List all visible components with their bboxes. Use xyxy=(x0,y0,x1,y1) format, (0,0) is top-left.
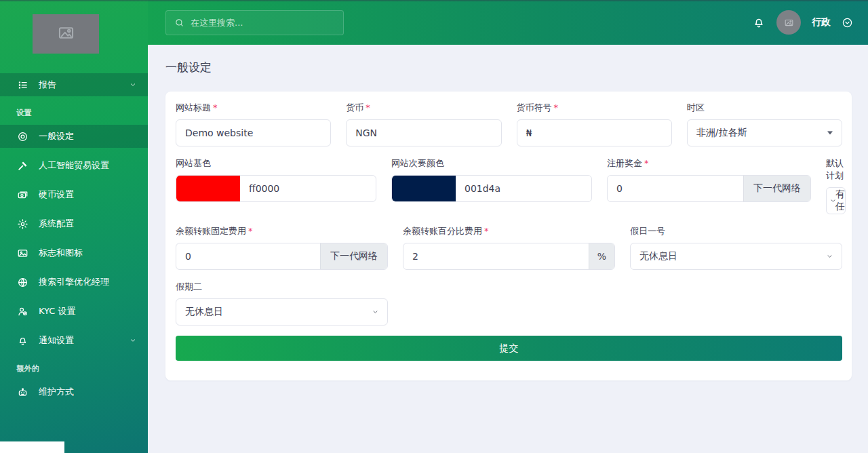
transfer-fixed-fee-input[interactable] xyxy=(176,251,320,262)
target-icon xyxy=(17,131,28,142)
search-box xyxy=(165,10,344,35)
sidebar-item-label: KYC 设置 xyxy=(39,305,76,317)
caret-down-icon xyxy=(827,132,833,135)
search-icon xyxy=(174,18,184,28)
gear-icon xyxy=(17,218,28,230)
field-label: 余额转账固定费用* xyxy=(176,225,388,237)
sidebar-item-label: 一般设定 xyxy=(39,130,74,142)
sidebar-item-seo-manager[interactable]: 搜索引擎优化经理 xyxy=(0,271,148,294)
image-placeholder-icon xyxy=(57,24,75,45)
page-title: 一般设定 xyxy=(165,60,868,75)
transfer-percent-fee-input[interactable] xyxy=(403,251,589,262)
sidebar-section-settings: 设置 xyxy=(0,108,148,118)
image-placeholder-icon xyxy=(784,18,794,28)
default-plan-select[interactable]: 没有任何 xyxy=(826,187,846,214)
main-content: 一般设定 网站标题* 货币* 货币符号* 时区 非洲/拉各斯 xyxy=(148,45,868,453)
bell-icon xyxy=(17,335,28,347)
field-label: 假日一号 xyxy=(630,225,842,237)
user-name[interactable]: 行政 xyxy=(812,16,831,28)
required-mark: * xyxy=(554,102,559,113)
input-addon: 下一代网络 xyxy=(743,176,810,201)
field-label: 时区 xyxy=(687,102,842,114)
select-value: 无休息日 xyxy=(631,250,677,262)
field-label: 注册奖金* xyxy=(607,157,811,170)
signup-bonus-input[interactable] xyxy=(608,183,743,194)
field-site-title: 网站标题* xyxy=(176,102,331,146)
field-label: 货币符号* xyxy=(517,102,672,114)
field-currency: 货币* xyxy=(346,102,501,146)
field-holiday-one: 假日一号 无休息日 xyxy=(630,225,842,270)
hammer-icon xyxy=(17,160,28,172)
form-row-3: 余额转账固定费用* 下一代网络 余额转账百分比费用* % 假日一号 无休息日 xyxy=(176,225,842,270)
timezone-select[interactable]: 非洲/拉各斯 xyxy=(687,119,842,146)
required-mark: * xyxy=(248,226,253,236)
currency-input[interactable] xyxy=(347,127,500,138)
image-icon xyxy=(17,248,28,259)
sidebar-item-reports[interactable]: 报告 xyxy=(0,73,148,96)
window-top-edge xyxy=(0,0,868,1)
sidebar-item-label: 标志和图标 xyxy=(39,247,83,259)
sidebar-item-maintenance-mode[interactable]: 维护方式 xyxy=(0,380,148,403)
secondary-color-swatch[interactable] xyxy=(392,176,456,201)
field-currency-symbol: 货币符号* xyxy=(517,102,672,146)
notifications-bell-icon[interactable] xyxy=(752,16,766,29)
field-label: 余额转账百分比费用* xyxy=(403,225,615,237)
search-input[interactable] xyxy=(191,18,335,28)
coins-icon xyxy=(17,189,28,201)
field-secondary-color: 网站次要颜色 xyxy=(391,157,592,214)
sidebar-item-logo-icons[interactable]: 标志和图标 xyxy=(0,241,148,264)
field-default-plan: 默认计划 没有任何 xyxy=(826,157,846,214)
base-color-input[interactable] xyxy=(240,183,376,194)
globe-icon xyxy=(17,277,28,288)
submit-button[interactable]: 提交 xyxy=(176,336,842,361)
chevron-down-icon xyxy=(129,81,137,89)
field-label: 网站基色 xyxy=(176,157,376,170)
form-row-2: 网站基色 网站次要颜色 注册奖金* 下一代网络 xyxy=(176,157,842,214)
sidebar-section-extra: 额外的 xyxy=(0,363,148,374)
sidebar-item-coin-settings[interactable]: 硬币设置 xyxy=(0,183,148,206)
sidebar-item-label: 报告 xyxy=(39,79,56,91)
sidebar-item-label: 搜索引擎优化经理 xyxy=(39,276,109,288)
input-addon: % xyxy=(589,243,614,269)
chevron-down-icon xyxy=(826,253,833,260)
sidebar-item-kyc-settings[interactable]: KYC 设置 xyxy=(0,300,148,323)
required-mark: * xyxy=(644,158,649,168)
select-value: 非洲/拉各斯 xyxy=(688,127,747,139)
required-mark: * xyxy=(366,102,370,113)
currency-symbol-input[interactable] xyxy=(517,127,671,138)
form-row-1: 网站标题* 货币* 货币符号* 时区 非洲/拉各斯 xyxy=(176,102,842,146)
site-title-input[interactable] xyxy=(176,127,330,138)
topbar-right: 行政 xyxy=(752,10,853,35)
topbar: 行政 xyxy=(148,0,868,45)
sidebar-item-label: 硬币设置 xyxy=(39,189,74,201)
chevron-down-icon xyxy=(372,309,379,316)
base-color-swatch[interactable] xyxy=(176,176,240,201)
field-timezone: 时区 非洲/拉各斯 xyxy=(687,102,842,146)
sidebar-item-ai-trade-settings[interactable]: 人工智能贸易设置 xyxy=(0,154,148,177)
user-menu-chevron-icon[interactable] xyxy=(842,17,853,28)
sidebar-item-label: 通知设置 xyxy=(39,334,74,347)
chevron-down-icon xyxy=(829,197,837,205)
sidebar-nav: 报告 设置 一般设定 人工智能贸易设置 硬币设置 系统配置 标志和图标 搜索引擎… xyxy=(0,73,148,403)
status-tooltip-box xyxy=(0,441,64,453)
user-badge-icon xyxy=(17,306,28,317)
field-label: 网站标题* xyxy=(176,102,331,114)
avatar[interactable] xyxy=(776,10,801,35)
field-label: 货币* xyxy=(346,102,501,114)
holiday-one-select[interactable]: 无休息日 xyxy=(630,243,842,270)
field-base-color: 网站基色 xyxy=(176,157,376,214)
sidebar-item-label: 人工智能贸易设置 xyxy=(39,159,109,172)
list-icon xyxy=(17,79,28,91)
sidebar-item-system-config[interactable]: 系统配置 xyxy=(0,212,148,235)
field-label: 假期二 xyxy=(176,281,388,293)
site-logo[interactable] xyxy=(33,14,99,54)
field-signup-bonus: 注册奖金* 下一代网络 xyxy=(607,157,811,214)
required-mark: * xyxy=(213,102,218,113)
field-transfer-fixed-fee: 余额转账固定费用* 下一代网络 xyxy=(176,225,388,270)
secondary-color-input[interactable] xyxy=(456,183,591,194)
field-transfer-percent-fee: 余额转账百分比费用* % xyxy=(403,225,615,270)
holiday-two-select[interactable]: 无休息日 xyxy=(176,298,388,326)
sidebar: 报告 设置 一般设定 人工智能贸易设置 硬币设置 系统配置 标志和图标 搜索引擎… xyxy=(0,0,148,453)
sidebar-item-notification-settings[interactable]: 通知设置 xyxy=(0,329,148,352)
sidebar-item-general-settings[interactable]: 一般设定 xyxy=(0,125,148,148)
